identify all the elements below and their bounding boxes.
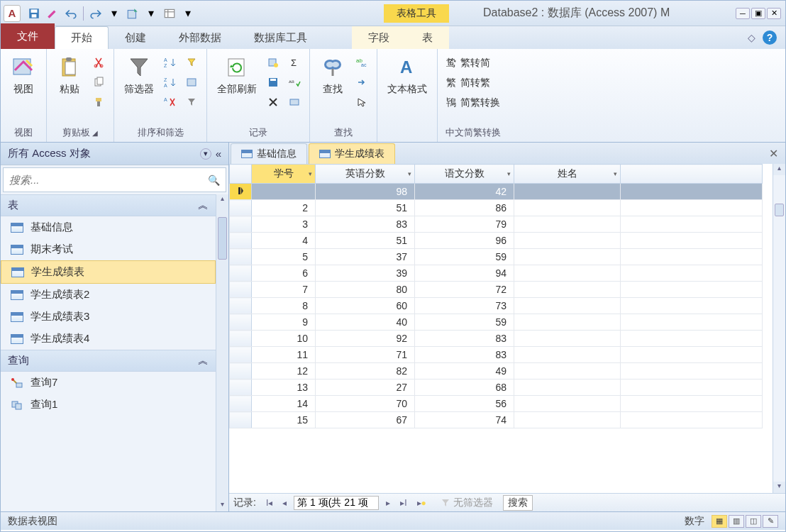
simp-to-trad-button[interactable]: 繁简转繁 [443, 74, 503, 92]
row-header[interactable] [230, 184, 252, 200]
cell-name[interactable] [514, 233, 621, 249]
cell-chinese[interactable]: 59 [415, 249, 514, 265]
copy-icon[interactable] [91, 74, 106, 90]
chevron-down-icon[interactable]: ▾ [408, 170, 411, 177]
cell-name[interactable] [514, 265, 621, 282]
table-row[interactable]: 94059 [230, 314, 763, 331]
nav-header[interactable]: 所有 Access 对象 ▾ « [1, 143, 228, 165]
nav-item-table-2[interactable]: 学生成绩表 [1, 260, 216, 284]
col-header-id[interactable]: 学号▾ [252, 165, 316, 184]
redo-icon[interactable] [88, 6, 104, 21]
cell-english[interactable]: 71 [316, 347, 415, 363]
nav-item-table-3[interactable]: 学生成绩表2 [1, 284, 216, 306]
cell-english[interactable]: 51 [316, 233, 415, 249]
delete-record-icon[interactable] [265, 94, 281, 110]
select-icon[interactable] [354, 94, 370, 110]
tab-database-tools[interactable]: 数据库工具 [238, 26, 323, 49]
cell-blank[interactable] [621, 396, 763, 412]
chart-view-icon[interactable]: ◫ [746, 515, 761, 528]
cell-chinese[interactable]: 73 [415, 298, 514, 314]
cut-icon[interactable] [91, 55, 106, 70]
cell-id[interactable]: 2 [252, 200, 316, 216]
cell-chinese[interactable]: 83 [415, 331, 514, 347]
cell-name[interactable] [514, 184, 621, 200]
cell-name[interactable] [514, 200, 621, 216]
cell-blank[interactable] [621, 347, 763, 363]
nav-item-table-0[interactable]: 基础信息 [1, 216, 216, 238]
trad-to-simp-button[interactable]: 鸷繁转简 [443, 55, 503, 72]
cell-english[interactable]: 92 [316, 331, 415, 347]
data-grid[interactable]: 学号▾ 英语分数▾ 语文分数▾ 姓名▾ 98422518638379451965… [229, 164, 763, 428]
prev-record-icon[interactable]: ◂ [279, 498, 289, 508]
cell-blank[interactable] [621, 298, 763, 314]
close-button[interactable]: ✕ [767, 8, 781, 19]
table-row[interactable]: 45196 [230, 233, 763, 249]
row-header[interactable] [230, 379, 252, 396]
qat-more-icon[interactable]: ▾ [106, 6, 122, 21]
paste-button[interactable]: 粘贴 [52, 52, 87, 99]
cell-chinese[interactable]: 83 [415, 347, 514, 363]
save-icon[interactable] [26, 6, 42, 21]
cell-id[interactable]: 3 [252, 216, 316, 233]
cell-chinese[interactable]: 74 [415, 412, 514, 428]
tab-external-data[interactable]: 外部数据 [162, 26, 238, 49]
cell-english[interactable]: 80 [316, 282, 415, 298]
row-header[interactable] [230, 249, 252, 265]
cell-blank[interactable] [621, 363, 763, 379]
view-button[interactable]: 视图 [6, 52, 40, 99]
undo-icon[interactable] [63, 6, 79, 21]
nav-item-query-1[interactable]: 查询1 [1, 394, 216, 416]
filter-button[interactable]: 筛选器 [120, 52, 158, 99]
row-header[interactable] [230, 396, 252, 412]
cell-name[interactable] [514, 282, 621, 298]
table-row[interactable]: 128249 [230, 363, 763, 379]
cell-english[interactable]: 51 [316, 200, 415, 216]
row-header[interactable] [230, 331, 252, 347]
cell-name[interactable] [514, 298, 621, 314]
cell-english[interactable]: 27 [316, 379, 415, 396]
cell-chinese[interactable]: 49 [415, 363, 514, 379]
cell-blank[interactable] [621, 249, 763, 265]
tab-table[interactable]: 表 [406, 26, 449, 49]
search-icon[interactable]: 🔍 [205, 174, 223, 186]
design-view-icon[interactable]: ✎ [763, 515, 778, 528]
close-tab-icon[interactable]: ✕ [769, 147, 778, 160]
row-header[interactable] [230, 363, 252, 379]
minimize-button[interactable]: ─ [736, 8, 750, 19]
cell-id[interactable]: 9 [252, 314, 316, 331]
qat-customize-icon[interactable]: ▾ [180, 6, 196, 21]
cell-blank[interactable] [621, 282, 763, 298]
cell-name[interactable] [514, 347, 621, 363]
table-row[interactable]: 38379 [230, 216, 763, 233]
chevron-down-icon[interactable]: ▾ [507, 170, 511, 177]
table-row[interactable]: 9842 [230, 184, 763, 200]
restore-button[interactable]: ▣ [751, 8, 765, 19]
nav-item-table-5[interactable]: 学生成绩表4 [1, 328, 216, 350]
col-header-blank[interactable] [621, 165, 763, 184]
table-row[interactable]: 86073 [230, 298, 763, 314]
cell-english[interactable]: 70 [316, 396, 415, 412]
remove-sort-icon[interactable]: A [162, 94, 178, 110]
scroll-up-icon[interactable]: ▴ [216, 194, 228, 206]
record-search-box[interactable]: 搜索 [503, 495, 533, 511]
nav-item-query-0[interactable]: 查询7 [1, 372, 216, 394]
cell-id[interactable]: 7 [252, 282, 316, 298]
cell-chinese[interactable]: 79 [415, 216, 514, 233]
nav-item-table-1[interactable]: 期末考试 [1, 238, 216, 260]
more-records-icon[interactable] [287, 94, 302, 110]
cell-name[interactable] [514, 331, 621, 347]
cell-id[interactable]: 15 [252, 412, 316, 428]
selection-filter-icon[interactable] [184, 55, 199, 70]
cell-blank[interactable] [621, 314, 763, 331]
cell-blank[interactable] [621, 412, 763, 428]
row-header[interactable] [230, 347, 252, 363]
table-row[interactable]: 78072 [230, 282, 763, 298]
cell-name[interactable] [514, 379, 621, 396]
nav-dropdown-icon[interactable]: ▾ [200, 148, 211, 160]
datasheet-icon[interactable] [162, 6, 177, 21]
next-record-icon[interactable]: ▸ [383, 498, 393, 508]
tab-fields[interactable]: 字段 [352, 26, 406, 49]
toggle-filter-icon[interactable] [184, 94, 199, 110]
nav-scrollbar[interactable]: ▴ ▾ [216, 194, 228, 511]
cell-name[interactable] [514, 249, 621, 265]
